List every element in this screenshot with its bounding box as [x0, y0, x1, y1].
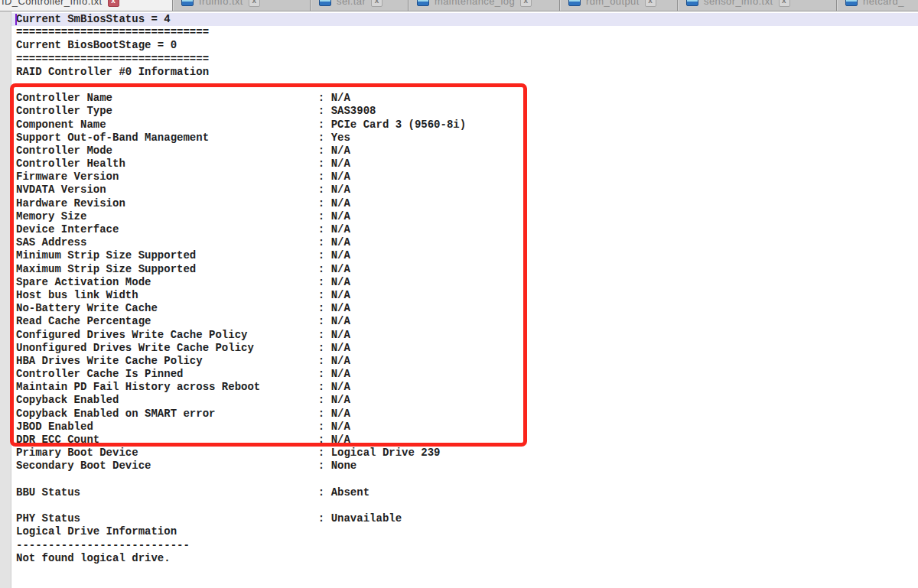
editor-margin — [0, 11, 11, 588]
text-line: Logical Drive Information — [11, 525, 918, 538]
tab-fruinfo-txt[interactable]: fruinfo.txtx — [173, 0, 311, 11]
tab-label: maintenance_log — [435, 0, 515, 7]
text-line: --------------------------- — [11, 539, 918, 552]
text-line: Component Name : PCIe Card 3 (9560-8i) — [11, 119, 918, 132]
text-line: Spare Activation Mode : N/A — [11, 276, 918, 289]
file-icon — [319, 0, 331, 6]
file-icon — [417, 0, 429, 6]
tab-rdm-output[interactable]: rdm_outputx — [560, 0, 678, 11]
text-line: Unonfigured Drives Write Cache Policy : … — [11, 342, 918, 355]
text-line: DDR ECC Count : N/A — [11, 434, 918, 447]
text-line — [11, 499, 918, 512]
tab-label: fruinfo.txt — [199, 0, 243, 7]
text-line: Host bus link Width : N/A — [11, 289, 918, 302]
text-line: HBA Drives Write Cache Policy : N/A — [11, 355, 918, 368]
text-line: Current BiosBootStage = 0 — [11, 39, 918, 52]
text-line: PHY Status : Unavailable — [11, 512, 918, 525]
file-icon — [568, 0, 581, 6]
text-line: RAID Controller #0 Information — [11, 66, 918, 79]
text-line: ============================== — [11, 53, 918, 66]
tab-label: sel.tar — [337, 0, 366, 7]
text-line: Controller Health : N/A — [11, 158, 918, 171]
text-line: Read Cache Percentage : N/A — [11, 315, 918, 328]
text-line: Controller Mode : N/A — [11, 145, 918, 158]
close-icon[interactable]: x — [779, 0, 790, 7]
close-icon[interactable]: x — [520, 0, 532, 7]
text-line: Controller Cache Is Pinned : N/A — [11, 368, 918, 381]
text-line: JBOD Enabled : N/A — [11, 421, 918, 434]
tab-id-controller-info-txt[interactable]: ID_Controller_Info.txtx — [0, 0, 173, 11]
text-line — [11, 473, 918, 486]
tab-label: netcard_ — [863, 0, 904, 7]
text-line — [11, 79, 918, 92]
close-icon[interactable]: x — [108, 0, 119, 7]
text-line: Secondary Boot Device : None — [11, 460, 918, 473]
text-line: Not found logical drive. — [11, 552, 918, 565]
tab-label: ID_Controller_Info.txt — [2, 0, 103, 7]
tab-bar: ID_Controller_Info.txtxfruinfo.txtxsel.t… — [0, 0, 918, 11]
text-line: Device Interface : N/A — [11, 223, 918, 236]
text-line: Controller Name : N/A — [11, 92, 918, 105]
tab-sensor-info-txt[interactable]: sensor_info.txtx — [678, 0, 837, 11]
text-content: Current SmBiosStatus = 4================… — [11, 13, 918, 565]
text-caret — [15, 14, 17, 25]
tab-maintenance-log[interactable]: maintenance_logx — [409, 0, 560, 11]
editor[interactable]: Current SmBiosStatus = 4================… — [0, 11, 918, 588]
tab-label: sensor_info.txt — [704, 0, 773, 7]
file-icon — [686, 0, 698, 6]
text-line: No-Battery Write Cache : N/A — [11, 302, 918, 315]
text-line: Maintain PD Fail History across Reboot :… — [11, 381, 918, 394]
text-line: Primary Boot Device : Logical Drive 239 — [11, 447, 918, 460]
text-line: BBU Status : Absent — [11, 486, 918, 499]
text-line: Copyback Enabled : N/A — [11, 394, 918, 407]
text-line: SAS Address : N/A — [11, 236, 918, 249]
current-text-line: Current SmBiosStatus = 4 — [11, 13, 918, 26]
tab-sel-tar[interactable]: sel.tarx — [311, 0, 409, 11]
text-line: Memory Size : N/A — [11, 210, 918, 223]
close-icon[interactable]: x — [249, 0, 260, 7]
text-line: Controller Type : SAS3908 — [11, 105, 918, 118]
text-line: Maximum Strip Size Supported : N/A — [11, 263, 918, 276]
text-line: Hardware Revision : N/A — [11, 197, 918, 210]
file-icon — [845, 0, 858, 6]
text-line: Support Out-of-Band Management : Yes — [11, 132, 918, 145]
file-icon — [181, 0, 194, 6]
close-icon[interactable]: x — [371, 0, 382, 7]
text-line: NVDATA Version : N/A — [11, 184, 918, 197]
text-line: Copyback Enabled on SMART error : N/A — [11, 408, 918, 421]
close-icon[interactable]: x — [645, 0, 656, 7]
text-line: Firmware Version : N/A — [11, 171, 918, 184]
tab-label: rdm_output — [586, 0, 640, 7]
text-line: Configured Drives Write Cache Policy : N… — [11, 329, 918, 342]
tab-netcard-[interactable]: netcard_ — [837, 0, 918, 11]
text-line: ============================== — [11, 26, 918, 39]
text-line: Minimum Strip Size Supported : N/A — [11, 249, 918, 262]
